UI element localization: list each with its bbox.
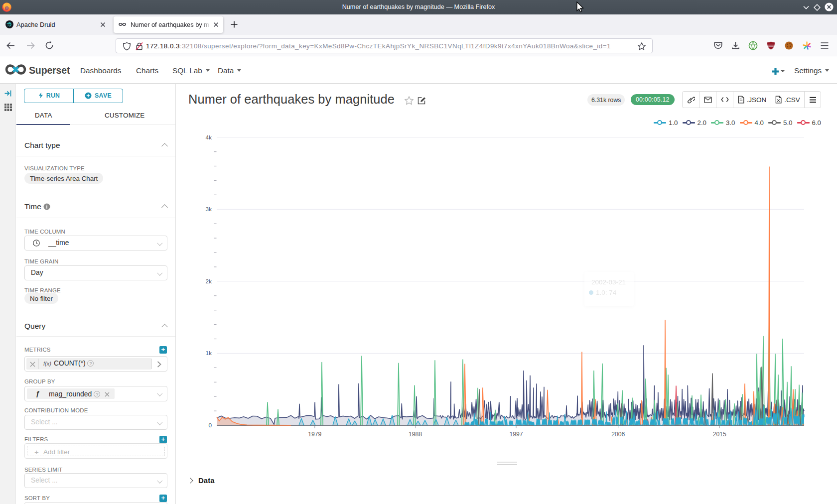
svg-text:1k: 1k [206, 350, 212, 357]
svg-text:3k: 3k [206, 206, 212, 213]
svg-text:4k: 4k [206, 134, 212, 141]
svg-text:0: 0 [208, 422, 212, 429]
svg-text:2015: 2015 [713, 431, 726, 438]
svg-text:2006: 2006 [611, 431, 625, 438]
svg-text:1988: 1988 [409, 431, 422, 438]
svg-text:1979: 1979 [308, 431, 321, 438]
svg-text:2k: 2k [206, 278, 212, 285]
svg-text:1997: 1997 [509, 431, 523, 438]
